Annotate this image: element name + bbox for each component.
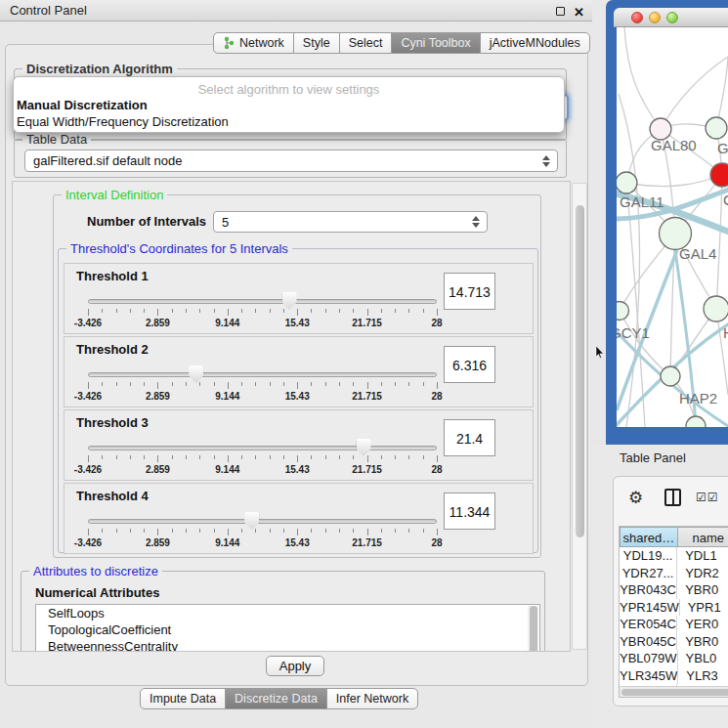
dropdown-option[interactable]: Equal Width/Frequency Discretization xyxy=(14,113,564,130)
column-header-name[interactable]: name xyxy=(677,527,728,547)
chevron-updown-icon xyxy=(542,155,550,167)
node-table[interactable]: shared… name YDL19...YDL1YDR27...YDR2YBR… xyxy=(619,526,728,698)
network-window-titlebar[interactable] xyxy=(614,8,728,27)
select-columns-icon[interactable]: ☑☑ xyxy=(696,491,719,504)
close-icon[interactable]: ✕ xyxy=(574,2,584,23)
float-window-icon[interactable] xyxy=(556,7,565,16)
threshold-label: Threshold 2 xyxy=(76,342,149,357)
table-row[interactable]: YDR27...YDR2 xyxy=(620,565,728,582)
algorithm-dropdown-popup: Select algorithm to view settings Manual… xyxy=(13,76,565,133)
threshold-row: Threshold 2 -3.4262.8599.14415.4321.7152… xyxy=(64,336,534,407)
attributes-group: Attributes to discretize Numerical Attri… xyxy=(21,571,545,652)
column-header-shared-name[interactable]: shared… xyxy=(620,527,678,547)
network-view-window: GAL80GACGAL11GAL4GCY1HHAP2 xyxy=(606,0,728,445)
tick-label: 9.144 xyxy=(215,318,239,328)
table-row[interactable]: YDL19...YDL1 xyxy=(620,547,728,565)
dropdown-option[interactable]: Manual Discretization xyxy=(14,97,564,113)
table-data-combobox[interactable]: galFiltered.sif default node xyxy=(24,150,558,172)
threshold-slider-thumb[interactable] xyxy=(244,512,259,530)
threshold-slider-track[interactable] xyxy=(88,299,437,304)
threshold-label: Threshold 3 xyxy=(76,415,149,430)
table-header-row: shared… name xyxy=(620,527,728,547)
table-row[interactable]: YBL079WYBL0 xyxy=(620,650,728,667)
table-row[interactable]: YBR045CYBR0 xyxy=(620,633,728,651)
threshold-label: Threshold 1 xyxy=(76,269,149,283)
tick-label: 15.43 xyxy=(285,391,310,402)
tab-impute-data[interactable]: Impute Data xyxy=(140,688,226,709)
tick-label: 15.43 xyxy=(285,537,310,548)
attributes-list-scrollbar[interactable] xyxy=(528,606,538,652)
panel-vertical-scrollbar[interactable] xyxy=(572,183,587,650)
thresholds-group-title: Threshold's Coordinates for 5 Intervals xyxy=(66,241,292,256)
number-of-intervals-label: Number of Intervals xyxy=(87,214,206,229)
node-label: GCY1 xyxy=(617,324,650,341)
close-traffic-light-icon[interactable] xyxy=(631,12,643,23)
number-of-intervals-combobox[interactable]: 5 xyxy=(213,211,488,233)
node[interactable] xyxy=(704,296,728,321)
settings-scroll-panel: Interval Definition Number of Intervals … xyxy=(12,181,571,652)
attributes-group-title: Attributes to discretize xyxy=(29,564,162,578)
tick-label: 15.43 xyxy=(285,464,310,475)
threshold-label: Threshold 4 xyxy=(76,489,149,503)
table-row[interactable]: YBR043CYBR0 xyxy=(620,581,728,599)
top-tab-bar: NetworkStyleSelectCyni ToolboxjActiveMNo… xyxy=(213,32,590,54)
table-row[interactable]: YLR345WYLR3 xyxy=(620,667,728,685)
apply-button[interactable]: Apply xyxy=(266,656,324,676)
threshold-slider-track[interactable] xyxy=(88,519,437,524)
table-data-combobox-value: galFiltered.sif default node xyxy=(33,153,182,168)
threshold-value-field[interactable]: 14.713 xyxy=(444,273,495,310)
threshold-slider-thumb[interactable] xyxy=(282,292,297,310)
node-gal11[interactable] xyxy=(617,172,637,193)
attribute-list-item[interactable]: BetweennessCentrality xyxy=(36,638,539,652)
minimize-traffic-light-icon[interactable] xyxy=(649,12,661,23)
node-gcy1[interactable] xyxy=(617,302,629,321)
threshold-row: Threshold 3 -3.4262.8599.14415.4321.7152… xyxy=(64,409,534,481)
zoom-traffic-light-icon[interactable] xyxy=(666,12,678,23)
tick-label: 21.715 xyxy=(352,537,382,548)
tick-label: 2.859 xyxy=(146,318,170,328)
attribute-list-item[interactable]: SelfLoops xyxy=(36,605,539,621)
network-icon xyxy=(223,36,236,50)
node[interactable] xyxy=(686,416,706,427)
tick-label: -3.426 xyxy=(74,391,102,402)
threshold-value-field[interactable]: 21.4 xyxy=(444,419,495,456)
gear-icon[interactable]: ⚙ xyxy=(628,488,643,508)
threshold-value-field[interactable]: 11.344 xyxy=(444,492,495,530)
tab-select[interactable]: Select xyxy=(339,32,393,54)
numerical-attributes-list[interactable]: SelfLoopsTopologicalCoefficientBetweenne… xyxy=(35,604,540,652)
tab-infer-network[interactable]: Infer Network xyxy=(326,688,418,709)
tab-jactivemnodules[interactable]: jActiveMNodules xyxy=(480,32,590,54)
tab-style[interactable]: Style xyxy=(293,32,340,54)
attribute-list-item[interactable]: TopologicalCoefficient xyxy=(36,621,539,638)
network-canvas[interactable]: GAL80GACGAL11GAL4GCY1HHAP2 xyxy=(617,27,728,427)
tick-label: 2.859 xyxy=(146,391,170,402)
tab-network[interactable]: Network xyxy=(213,32,294,54)
table-row[interactable]: YPR145WYPR1 xyxy=(620,599,728,617)
tick-label: 2.859 xyxy=(146,537,170,548)
tick-label: -3.426 xyxy=(74,537,102,548)
control-panel-titlebar: Control Panel ✕ xyxy=(0,0,592,21)
threshold-slider-track[interactable] xyxy=(88,446,437,450)
mouse-cursor xyxy=(595,346,604,359)
table-horizontal-scrollbar[interactable] xyxy=(620,686,728,697)
threshold-row: Threshold 1 -3.4262.8599.14415.4321.7152… xyxy=(64,263,534,334)
node-selected-red[interactable] xyxy=(710,163,728,187)
threshold-slider-thumb[interactable] xyxy=(357,439,371,456)
scrollbar-thumb[interactable] xyxy=(621,689,728,696)
tick-label: 9.144 xyxy=(215,464,239,475)
tab-discretize-data[interactable]: Discretize Data xyxy=(225,688,327,709)
discretization-algorithm-title: Discretization Algorithm xyxy=(22,62,177,76)
tick-label: 28 xyxy=(431,464,442,475)
tick-label: 9.144 xyxy=(215,537,239,548)
threshold-slider-thumb[interactable] xyxy=(189,365,203,383)
node[interactable] xyxy=(706,117,727,139)
column-layout-icon[interactable] xyxy=(664,489,681,506)
node-hap2[interactable] xyxy=(661,366,680,386)
threshold-slider-track[interactable] xyxy=(88,372,437,377)
dropdown-prompt: Select algorithm to view settings xyxy=(14,82,564,97)
scrollbar-thumb[interactable] xyxy=(576,205,584,537)
table-row[interactable]: YER054CYER0 xyxy=(620,616,728,633)
bottom-tab-bar: Impute DataDiscretize DataInfer Network xyxy=(140,688,418,709)
threshold-value-field[interactable]: 6.316 xyxy=(444,346,495,383)
tab-cyni-toolbox[interactable]: Cyni Toolbox xyxy=(391,32,480,54)
